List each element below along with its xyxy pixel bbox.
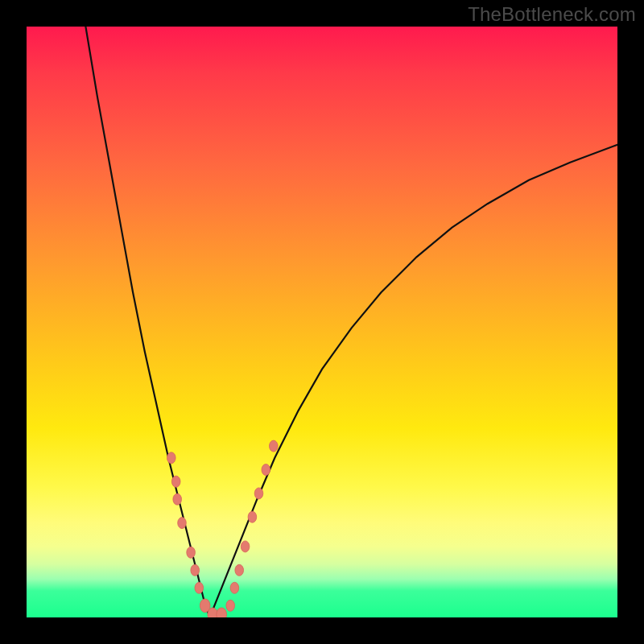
- marker-point: [200, 599, 210, 613]
- marker-point: [195, 582, 204, 593]
- chart-svg: [27, 27, 617, 617]
- marker-point: [226, 600, 235, 611]
- markers: [167, 440, 279, 617]
- marker-point: [235, 564, 244, 576]
- marker-point: [187, 547, 196, 558]
- marker-point: [262, 464, 270, 476]
- marker-point: [171, 476, 180, 487]
- marker-point: [178, 518, 187, 529]
- frame: TheBottleneck.com: [0, 0, 644, 644]
- marker-point: [254, 488, 263, 499]
- marker-point: [230, 582, 239, 593]
- watermark-text: TheBottleneck.com: [468, 3, 636, 26]
- marker-point: [208, 608, 218, 617]
- curve-right-arm: [210, 145, 618, 617]
- marker-point: [241, 541, 250, 552]
- marker-point: [167, 452, 176, 464]
- marker-point: [217, 608, 227, 617]
- plot-area: [27, 27, 617, 617]
- marker-point: [248, 511, 257, 522]
- curve-left-arm: [85, 27, 209, 617]
- marker-point: [191, 564, 200, 576]
- marker-point: [270, 440, 279, 452]
- marker-point: [173, 493, 182, 505]
